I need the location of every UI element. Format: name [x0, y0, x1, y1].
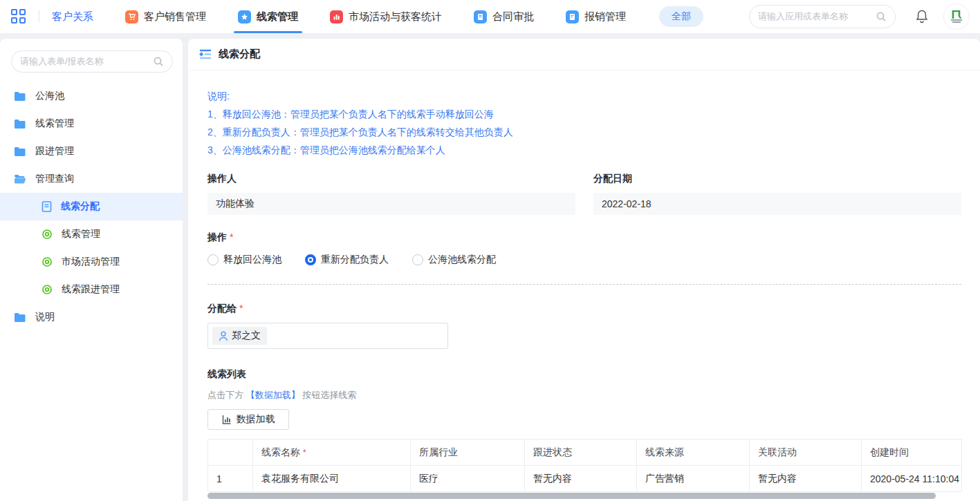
global-search-input[interactable]: 请输入应用或表单名称 — [749, 5, 896, 28]
notification-bell-icon[interactable] — [915, 9, 929, 24]
sidebar-item-label: 线索管理 — [35, 117, 74, 130]
assign-to-label-text: 分配给 — [207, 303, 237, 314]
operator-value: 功能体验 — [216, 198, 255, 210]
hint-load-link[interactable]: 【数据加载】 — [246, 390, 300, 400]
note-line: 3、公海池线索分配：管理员把公海池线索分配给某个人 — [207, 142, 961, 158]
lead-list-section: 线索列表 点击下方 【数据加载】 按钮选择线索 数据加载 — [207, 368, 961, 499]
person-icon — [219, 331, 228, 341]
lead-list-title: 线索列表 — [207, 368, 961, 381]
dashed-divider — [207, 284, 961, 285]
search-placeholder: 请输入应用或表单名称 — [758, 10, 876, 23]
tab-marketing-stats[interactable]: 市场活动与获客统计 — [330, 0, 442, 33]
note-line: 说明: — [207, 88, 961, 104]
search-icon — [876, 11, 887, 22]
lead-table: 线索名称* 所属行业 跟进状态 线索来源 关联活动 创建时间 1 袁花服务有限公… — [207, 439, 962, 492]
col-created-time: 创建时间 — [862, 439, 962, 466]
cell-index: 1 — [208, 466, 253, 492]
tab-label: 合同审批 — [492, 10, 534, 23]
data-load-button-label: 数据加载 — [237, 413, 275, 426]
note-line: 2、重新分配负责人：管理员把某个负责人名下的线索转交给其他负责人 — [207, 124, 961, 140]
sidebar-item-label: 线索分配 — [61, 200, 100, 213]
required-asterisk: * — [239, 303, 243, 314]
folder-icon — [14, 312, 26, 323]
search-icon — [153, 56, 164, 67]
col-followup-status: 跟进状态 — [525, 439, 637, 466]
star-icon — [238, 10, 251, 23]
radio-label: 释放回公海池 — [223, 254, 281, 266]
horizontal-scrollbar — [207, 493, 961, 499]
radio-pool-lead-assign[interactable]: 公海池线索分配 — [412, 254, 496, 266]
operator-label: 操作人 — [207, 173, 575, 185]
brand-logo-icon — [952, 10, 962, 19]
sidebar-item-lead-management[interactable]: 线索管理 — [0, 110, 183, 138]
sidebar-item-lead-management-report[interactable]: 线索管理 — [0, 220, 183, 248]
target-icon — [41, 284, 53, 295]
table-header-row: 线索名称* 所属行业 跟进状态 线索来源 关联活动 创建时间 — [208, 439, 962, 466]
sidebar-item-marketing-activity-management[interactable]: 市场活动管理 — [0, 248, 183, 276]
all-apps-pill[interactable]: 全部 — [659, 6, 703, 27]
tab-customer-relations[interactable]: 客户关系 — [52, 0, 93, 33]
operation-group: 操作* 释放回公海池 重新分配负责人 公海池线索分配 — [207, 231, 961, 266]
folder-icon — [14, 91, 26, 102]
sidebar-item-label: 跟进管理 — [35, 145, 74, 158]
assign-date-label: 分配日期 — [593, 173, 961, 185]
hint-suffix: 按钮选择线索 — [302, 390, 356, 400]
sidebar-item-label: 管理查询 — [35, 173, 74, 185]
app-tabs: 客户关系 客户销售管理 线索管理 市场活动与获客统计 合同审批 — [52, 0, 626, 33]
receipt-icon — [566, 10, 579, 23]
scrollbar-thumb[interactable] — [207, 493, 936, 499]
table-row[interactable]: 1 袁花服务有限公司 医疗 暂无内容 广告营销 暂无内容 2020-05-24 … — [208, 466, 962, 492]
document-icon — [474, 10, 487, 23]
required-asterisk: * — [303, 448, 306, 457]
folder-icon — [14, 119, 26, 129]
tab-lead-management[interactable]: 线索管理 — [238, 0, 298, 33]
collapse-menu-icon[interactable] — [199, 49, 212, 59]
user-avatar[interactable] — [944, 4, 969, 29]
radio-circle-icon — [412, 254, 423, 265]
divider — [39, 10, 39, 23]
main-panel: 线索分配 说明: 1、释放回公海池：管理员把某个负责人名下的线索手动释放回公海 … — [188, 39, 980, 501]
radio-label: 重新分配负责人 — [321, 254, 389, 266]
bar-chart-icon — [222, 415, 232, 424]
sidebar-item-label: 公海池 — [35, 90, 64, 102]
tab-contract-approval[interactable]: 合同审批 — [474, 0, 534, 33]
sidebar-item-admin-query[interactable]: 管理查询 — [0, 165, 183, 193]
tab-label: 客户销售管理 — [144, 10, 206, 23]
sidebar-item-instructions[interactable]: 说明 — [0, 303, 183, 331]
tab-label: 报销管理 — [584, 10, 626, 23]
sidebar-search-input[interactable]: 请输入表单/报表名称 — [11, 50, 173, 73]
cell-industry: 医疗 — [411, 466, 525, 492]
radio-circle-checked-icon — [305, 254, 316, 265]
radio-reassign-owner[interactable]: 重新分配负责人 — [305, 254, 389, 266]
sidebar: 请输入表单/报表名称 公海池 线索管理 跟进管理 管理查询 线索分配 线索管理 … — [0, 39, 183, 501]
radio-release-to-pool[interactable]: 释放回公海池 — [207, 254, 281, 266]
tab-customer-sales[interactable]: 客户销售管理 — [125, 0, 206, 33]
radio-circle-icon — [207, 254, 219, 265]
sidebar-item-followup-management[interactable]: 跟进管理 — [0, 138, 183, 165]
note-line: 1、释放回公海池：管理员把某个负责人名下的线索手动释放回公海 — [207, 106, 961, 122]
top-app-bar: 客户关系 客户销售管理 线索管理 市场活动与获客统计 合同审批 — [0, 0, 980, 33]
tab-label: 客户关系 — [52, 10, 93, 23]
folder-open-icon — [14, 174, 26, 185]
sidebar-item-lead-followup-management[interactable]: 线索跟进管理 — [0, 276, 183, 303]
folder-icon — [14, 146, 26, 157]
tab-label: 线索管理 — [257, 10, 298, 23]
cell-created-time: 2020-05-24 11:10:04 — [862, 466, 962, 492]
assignee-picker-field[interactable]: 郑之文 — [207, 323, 448, 349]
data-load-button[interactable]: 数据加载 — [207, 409, 289, 430]
app-grid-icon[interactable] — [11, 9, 26, 24]
form-doc-icon — [41, 201, 52, 212]
sidebar-item-lead-assignment[interactable]: 线索分配 — [0, 193, 183, 220]
assignee-tag[interactable]: 郑之文 — [212, 327, 267, 345]
sidebar-search-placeholder: 请输入表单/报表名称 — [20, 55, 153, 68]
radio-label: 公海池线索分配 — [428, 254, 496, 266]
cart-icon — [125, 10, 138, 23]
cell-lead-name: 袁花服务有限公司 — [253, 466, 411, 492]
operation-radio-group: 释放回公海池 重新分配负责人 公海池线索分配 — [207, 254, 961, 266]
sidebar-item-public-pool[interactable]: 公海池 — [0, 82, 183, 110]
operator-field: 功能体验 — [207, 193, 575, 215]
date-field-group: 分配日期 2022-02-18 — [593, 173, 961, 215]
tab-expense-management[interactable]: 报销管理 — [566, 0, 626, 33]
assign-to-label: 分配给* — [207, 303, 961, 315]
assign-to-group: 分配给* 郑之文 — [207, 303, 961, 349]
